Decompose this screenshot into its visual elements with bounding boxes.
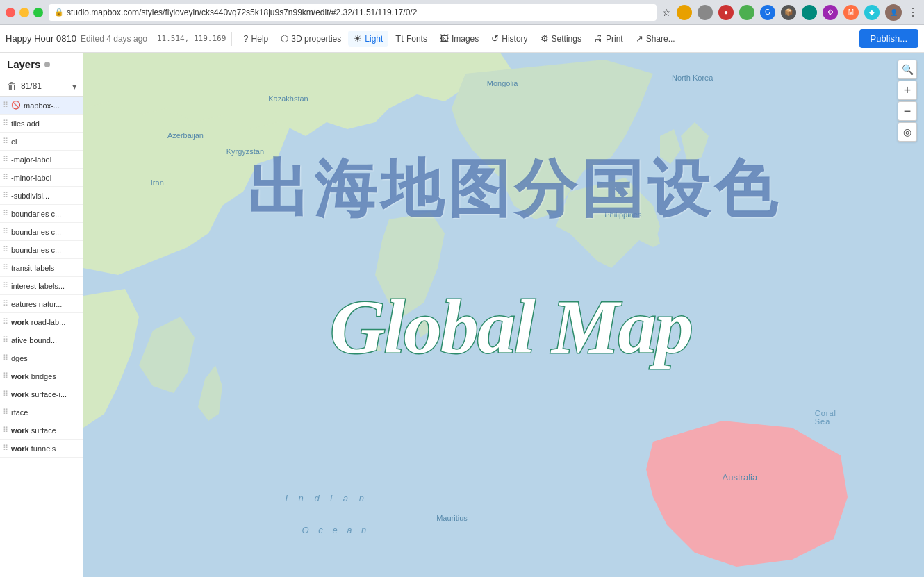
more-menu-btn[interactable]: ⋮ [907, 6, 918, 19]
fonts-label: Fonts [406, 34, 427, 44]
layer-name: boundaries c... [11, 210, 79, 218]
layer-item[interactable]: ⠿ boundaries c... [0, 241, 83, 259]
extension-icon-7[interactable] [802, 5, 817, 20]
extension-icon-4[interactable] [739, 5, 754, 20]
layer-item[interactable]: ⠿ work surface [0, 421, 83, 440]
light-icon: ☀ [354, 33, 362, 44]
3d-label: 3D properties [291, 34, 341, 44]
drag-handle-icon: ⠿ [3, 371, 8, 381]
drag-handle-icon: ⠿ [3, 137, 8, 146]
layer-item[interactable]: ⠿ eatures natur... [0, 295, 83, 313]
drag-handle-icon: ⠿ [3, 317, 8, 326]
extension-icon-8[interactable]: ⚙ [823, 5, 838, 20]
layer-name: boundaries c... [11, 228, 79, 236]
zoom-out-button[interactable]: − [898, 101, 917, 121]
share-button[interactable]: ↗ Share... [630, 31, 681, 47]
compass-icon: ◎ [903, 126, 911, 137]
drag-handle-icon: ⠿ [3, 390, 8, 399]
layer-item[interactable]: ⠿ interest labels... [0, 277, 83, 295]
main-layout: Layers 🗑 81/81 ▾ ⠿ 🚫 mapbox-... ⠿ tiles … [0, 53, 924, 577]
drag-handle-icon: ⠿ [3, 173, 8, 182]
layer-item[interactable]: ⠿ work tunnels [0, 440, 83, 458]
images-icon: 🖼 [440, 33, 449, 44]
map-svg [83, 53, 924, 577]
layer-item[interactable]: ⠿ rface [0, 403, 83, 421]
layer-item[interactable]: ⠿ -major-label [0, 151, 83, 169]
app-name: Happy Hour 0810 [6, 33, 76, 44]
layer-item[interactable]: ⠿ -minor-label [0, 169, 83, 187]
drag-handle-icon: ⠿ [3, 227, 8, 236]
drag-handle-icon: ⠿ [3, 299, 8, 308]
layer-name: -major-label [11, 156, 79, 164]
minus-icon: − [904, 104, 911, 119]
layer-name: boundaries c... [11, 246, 79, 254]
layer-item[interactable]: ⠿ transit-labels [0, 259, 83, 277]
search-map-button[interactable]: 🔍 [898, 60, 917, 79]
drag-handle-icon: ⠿ [3, 408, 8, 417]
eye-slash-icon[interactable]: 🚫 [11, 101, 21, 110]
layer-item[interactable]: ⠿ work surface-i... [0, 385, 83, 403]
print-button[interactable]: 🖨 Print [588, 31, 629, 47]
images-button[interactable]: 🖼 Images [434, 31, 484, 47]
layer-item[interactable]: ⠿ boundaries c... [0, 205, 83, 223]
layer-item[interactable]: ⠿ tiles add [0, 115, 83, 133]
3d-icon: ⬡ [281, 33, 288, 44]
close-window-btn[interactable] [6, 8, 15, 17]
share-icon: ↗ [636, 33, 643, 44]
layer-item[interactable]: ⠿ work bridges [0, 367, 83, 385]
maximize-window-btn[interactable] [33, 8, 43, 17]
history-button[interactable]: ↺ History [486, 31, 533, 47]
layer-item[interactable]: ⠿ boundaries c... [0, 223, 83, 241]
history-label: History [502, 34, 527, 44]
extension-icon-5[interactable]: G [760, 5, 775, 20]
layer-name: work bridges [11, 372, 79, 381]
minimize-window-btn[interactable] [19, 8, 29, 17]
drag-handle-icon: ⠿ [3, 191, 8, 200]
extension-icon-3[interactable]: ● [718, 5, 734, 20]
drag-handle-icon: ⠿ [3, 209, 8, 218]
reset-north-button[interactable]: ◎ [898, 122, 917, 142]
coordinates-display: 11.514, 119.169 [157, 34, 226, 43]
bookmark-icon[interactable]: ☆ [662, 7, 671, 18]
layer-item[interactable]: ⠿ 🚫 mapbox-... [0, 97, 83, 115]
fonts-icon: Tt [395, 33, 404, 44]
layer-item[interactable]: ⠿ ative bound... [0, 331, 83, 349]
layer-name: dges [11, 354, 79, 362]
zoom-in-button[interactable]: + [898, 81, 917, 100]
3d-properties-button[interactable]: ⬡ 3D properties [275, 31, 347, 47]
print-label: Print [606, 34, 623, 44]
sidebar-header: Layers [0, 53, 83, 76]
sidebar-title: Layers [7, 58, 40, 70]
help-button[interactable]: ? Help [238, 31, 274, 47]
extension-icon-1[interactable] [677, 5, 692, 20]
light-button[interactable]: ☀ Light [348, 31, 388, 47]
print-icon: 🖨 [594, 33, 603, 44]
layer-name: interest labels... [11, 282, 79, 290]
window-controls [6, 8, 43, 17]
settings-icon: ⚙ [541, 33, 549, 44]
layer-name: work road-lab... [11, 318, 79, 326]
search-icon: 🔍 [902, 64, 914, 75]
plus-icon: + [904, 83, 911, 98]
extension-icon-10[interactable]: ◆ [864, 5, 880, 20]
layer-name: work tunnels [11, 444, 79, 453]
settings-label: Settings [552, 34, 581, 44]
delete-layer-button[interactable]: 🗑 [6, 79, 18, 93]
layer-item[interactable]: ⠿ work road-lab... [0, 313, 83, 331]
extension-icon-9[interactable]: M [843, 5, 859, 20]
sidebar-status-dot [44, 62, 50, 67]
publish-button[interactable]: Publish... [859, 29, 918, 48]
filter-layers-button[interactable]: ▾ [72, 81, 77, 92]
map-canvas[interactable]: 出海地图分国设色 Global Map Kazakhstan Mongolia … [83, 53, 924, 577]
layer-item[interactable]: ⠿ dges [0, 349, 83, 367]
layer-item[interactable]: ⠿ el [0, 133, 83, 151]
extension-icon-6[interactable]: 📦 [781, 5, 796, 20]
layer-item[interactable]: ⠿ -subdivisi... [0, 187, 83, 205]
drag-handle-icon: ⠿ [3, 101, 8, 110]
fonts-button[interactable]: Tt Fonts [390, 31, 433, 47]
extension-icon-2[interactable] [698, 5, 713, 20]
layer-name: rface [11, 408, 79, 417]
address-bar[interactable]: 🔒 studio.mapbox.com/styles/flyloveyin/ck… [49, 4, 657, 21]
settings-button[interactable]: ⚙ Settings [535, 31, 587, 47]
user-avatar[interactable]: 👤 [885, 4, 902, 21]
